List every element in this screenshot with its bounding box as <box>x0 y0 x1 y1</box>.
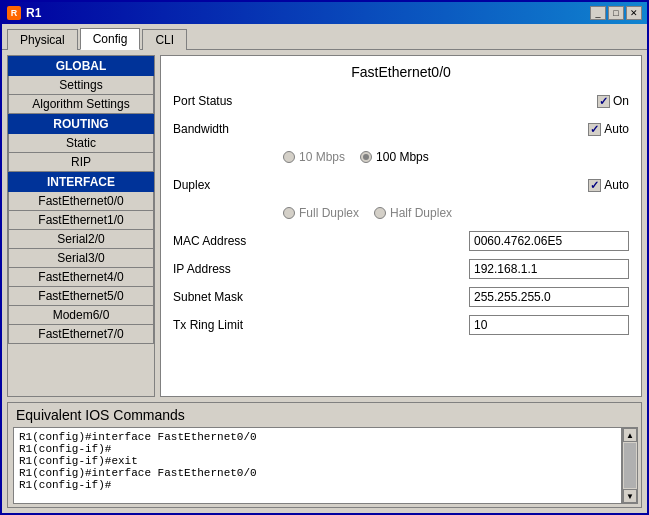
main-window: R R1 _ □ ✕ Physical Config CLI GLOBAL Se… <box>0 0 649 515</box>
sidebar-header-global: GLOBAL <box>8 56 154 76</box>
tx-ring-limit-controls <box>283 315 629 335</box>
ios-line-4: R1(config)#interface FastEthernet0/0 <box>19 467 616 479</box>
ios-line-2: R1(config-if)# <box>19 443 616 455</box>
sidebar: GLOBAL Settings Algorithm Settings ROUTI… <box>7 55 155 397</box>
duplex-radio-row: Full Duplex Half Duplex <box>173 202 629 224</box>
ios-section: Equivalent IOS Commands R1(config)#inter… <box>2 402 647 513</box>
ip-address-row: IP Address <box>173 258 629 280</box>
subnet-mask-controls <box>283 287 629 307</box>
mac-address-input[interactable] <box>469 231 629 251</box>
bandwidth-row: Bandwidth Auto <box>173 118 629 140</box>
port-status-checkbox-box[interactable] <box>597 95 610 108</box>
port-status-controls: On <box>283 94 629 108</box>
bandwidth-checkbox-box[interactable] <box>588 123 601 136</box>
window-title: R1 <box>26 6 41 20</box>
config-panel: FastEthernet0/0 Port Status On Bandwidth <box>160 55 642 397</box>
scroll-down-arrow[interactable]: ▼ <box>623 489 637 503</box>
mac-address-controls <box>283 231 629 251</box>
sidebar-item-rip[interactable]: RIP <box>8 153 154 172</box>
radio-100mbps-label: 100 Mbps <box>376 150 429 164</box>
sidebar-item-fastethernet4-0[interactable]: FastEthernet4/0 <box>8 268 154 287</box>
bandwidth-checkbox-label: Auto <box>604 122 629 136</box>
ios-scrollbar[interactable]: ▲ ▼ <box>622 427 638 504</box>
radio-10mbps-circle[interactable] <box>283 151 295 163</box>
sidebar-header-routing: ROUTING <box>8 114 154 134</box>
duplex-checkbox-box[interactable] <box>588 179 601 192</box>
main-content: GLOBAL Settings Algorithm Settings ROUTI… <box>2 50 647 402</box>
ios-title: Equivalent IOS Commands <box>8 403 641 427</box>
radio-half-duplex[interactable]: Half Duplex <box>374 206 452 220</box>
app-icon: R <box>7 6 21 20</box>
duplex-label: Duplex <box>173 178 283 192</box>
sidebar-item-fastethernet0-0[interactable]: FastEthernet0/0 <box>8 192 154 211</box>
tab-config[interactable]: Config <box>80 28 141 50</box>
duplex-radio-group: Full Duplex Half Duplex <box>283 206 629 220</box>
bandwidth-label: Bandwidth <box>173 122 283 136</box>
mac-address-label: MAC Address <box>173 234 283 248</box>
subnet-mask-label: Subnet Mask <box>173 290 283 304</box>
sidebar-item-serial2-0[interactable]: Serial2/0 <box>8 230 154 249</box>
sidebar-item-fastethernet5-0[interactable]: FastEthernet5/0 <box>8 287 154 306</box>
ios-panel: Equivalent IOS Commands R1(config)#inter… <box>7 402 642 508</box>
title-bar-left: R R1 <box>7 6 41 20</box>
mac-address-row: MAC Address <box>173 230 629 252</box>
radio-100mbps[interactable]: 100 Mbps <box>360 150 429 164</box>
ios-line-3: R1(config-if)#exit <box>19 455 616 467</box>
sidebar-item-fastethernet7-0[interactable]: FastEthernet7/0 <box>8 325 154 344</box>
ip-address-input[interactable] <box>469 259 629 279</box>
sidebar-item-algorithm-settings[interactable]: Algorithm Settings <box>8 95 154 114</box>
radio-full-duplex[interactable]: Full Duplex <box>283 206 359 220</box>
port-status-row: Port Status On <box>173 90 629 112</box>
config-title: FastEthernet0/0 <box>173 64 629 80</box>
subnet-mask-input[interactable] <box>469 287 629 307</box>
minimize-button[interactable]: _ <box>590 6 606 20</box>
radio-10mbps[interactable]: 10 Mbps <box>283 150 345 164</box>
duplex-checkbox-label: Auto <box>604 178 629 192</box>
ios-line-1: R1(config)#interface FastEthernet0/0 <box>19 431 616 443</box>
bandwidth-radio-group: 10 Mbps 100 Mbps <box>283 150 629 164</box>
tab-cli[interactable]: CLI <box>142 29 187 50</box>
tx-ring-limit-input[interactable] <box>469 315 629 335</box>
duplex-row: Duplex Auto <box>173 174 629 196</box>
ios-content-wrapper: R1(config)#interface FastEthernet0/0 R1(… <box>8 427 641 507</box>
port-status-label: Port Status <box>173 94 283 108</box>
sidebar-item-static[interactable]: Static <box>8 134 154 153</box>
title-controls: _ □ ✕ <box>590 6 642 20</box>
radio-half-duplex-circle[interactable] <box>374 207 386 219</box>
ios-content[interactable]: R1(config)#interface FastEthernet0/0 R1(… <box>13 427 622 504</box>
sidebar-item-serial3-0[interactable]: Serial3/0 <box>8 249 154 268</box>
radio-half-duplex-label: Half Duplex <box>390 206 452 220</box>
duplex-controls: Auto <box>283 178 629 192</box>
sidebar-scroll[interactable]: GLOBAL Settings Algorithm Settings ROUTI… <box>8 56 154 396</box>
tx-ring-limit-label: Tx Ring Limit <box>173 318 283 332</box>
right-panel: FastEthernet0/0 Port Status On Bandwidth <box>160 55 642 397</box>
sidebar-item-modem6-0[interactable]: Modem6/0 <box>8 306 154 325</box>
title-bar: R R1 _ □ ✕ <box>2 2 647 24</box>
ip-address-controls <box>283 259 629 279</box>
bandwidth-checkbox[interactable]: Auto <box>588 122 629 136</box>
close-button[interactable]: ✕ <box>626 6 642 20</box>
duplex-checkbox[interactable]: Auto <box>588 178 629 192</box>
radio-100mbps-circle[interactable] <box>360 151 372 163</box>
bandwidth-controls: Auto <box>283 122 629 136</box>
scroll-up-arrow[interactable]: ▲ <box>623 428 637 442</box>
bandwidth-radio-row: 10 Mbps 100 Mbps <box>173 146 629 168</box>
radio-full-duplex-circle[interactable] <box>283 207 295 219</box>
tab-physical[interactable]: Physical <box>7 29 78 50</box>
maximize-button[interactable]: □ <box>608 6 624 20</box>
sidebar-header-interface: INTERFACE <box>8 172 154 192</box>
radio-full-duplex-label: Full Duplex <box>299 206 359 220</box>
tx-ring-limit-row: Tx Ring Limit <box>173 314 629 336</box>
ios-line-5: R1(config-if)# <box>19 479 616 491</box>
ip-address-label: IP Address <box>173 262 283 276</box>
tabs-bar: Physical Config CLI <box>2 24 647 50</box>
port-status-checkbox[interactable]: On <box>597 94 629 108</box>
subnet-mask-row: Subnet Mask <box>173 286 629 308</box>
radio-10mbps-label: 10 Mbps <box>299 150 345 164</box>
scroll-track <box>624 443 636 488</box>
sidebar-item-fastethernet1-0[interactable]: FastEthernet1/0 <box>8 211 154 230</box>
port-status-checkbox-label: On <box>613 94 629 108</box>
sidebar-item-settings[interactable]: Settings <box>8 76 154 95</box>
